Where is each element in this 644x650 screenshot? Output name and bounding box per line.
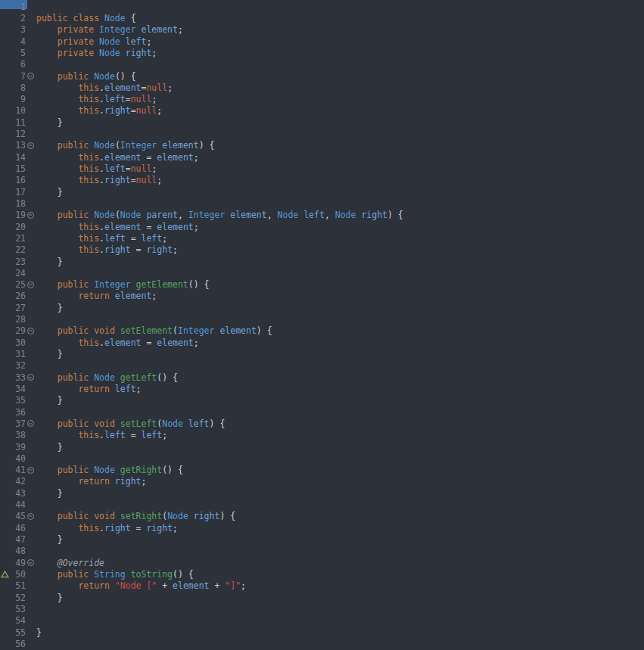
code-text: } xyxy=(35,303,63,313)
code-line: 1 xyxy=(0,1,644,12)
line-number: 29 xyxy=(9,325,26,336)
code-text: this.right=null; xyxy=(35,105,162,116)
line-number: 31 xyxy=(9,349,26,359)
line-number: 44 xyxy=(9,499,26,510)
warning-triangle-icon[interactable] xyxy=(0,571,9,578)
code-line: 25 public Integer getElement() { xyxy=(0,279,644,291)
code-line: 12 xyxy=(0,128,644,139)
code-text: } xyxy=(35,534,63,545)
code-line: 24 xyxy=(0,267,644,278)
code-line: 8 this.element=null; xyxy=(0,82,644,93)
code-text: public void setRight(Node right) { xyxy=(35,511,235,521)
line-number: 41 xyxy=(9,465,26,475)
code-text: public Node getRight() { xyxy=(35,465,183,475)
line-number: 17 xyxy=(9,187,26,197)
fold-collapse-icon[interactable] xyxy=(26,374,35,381)
line-number: 28 xyxy=(9,314,26,325)
line-number: 4 xyxy=(9,36,26,47)
line-number: 50 xyxy=(9,569,26,580)
line-number: 21 xyxy=(9,233,26,244)
code-text: public Node(Node parent, Integer element… xyxy=(35,210,403,220)
code-line: 46 this.right = right; xyxy=(0,522,644,533)
code-line: 29 public void setElement(Integer elemen… xyxy=(0,325,644,337)
code-line: 22 this.right = right; xyxy=(0,244,644,256)
code-line: 6 xyxy=(0,59,644,70)
code-text: } xyxy=(35,349,63,359)
code-line: 15 this.left=null; xyxy=(0,163,644,174)
code-line: 44 xyxy=(0,499,644,510)
line-number: 36 xyxy=(9,407,26,418)
code-text: return left; xyxy=(35,384,142,394)
line-number: 32 xyxy=(9,360,26,371)
code-line: 47 } xyxy=(0,533,644,545)
code-line: 5 private Node right; xyxy=(0,47,644,58)
code-text: this.right = right; xyxy=(35,244,178,255)
fold-collapse-icon[interactable] xyxy=(26,328,35,334)
fold-collapse-icon[interactable] xyxy=(26,420,35,427)
code-text: public Node() { xyxy=(35,71,136,82)
fold-collapse-icon[interactable] xyxy=(26,281,35,288)
code-line: 20 this.element = element; xyxy=(0,221,644,232)
fold-collapse-icon[interactable] xyxy=(26,212,35,219)
line-number: 15 xyxy=(9,163,26,174)
code-line: 53 xyxy=(0,603,644,614)
code-text: } xyxy=(35,117,63,128)
code-text: public Node(Integer element) { xyxy=(35,140,214,151)
code-text: this.element = element; xyxy=(35,337,199,348)
code-line: 43 } xyxy=(0,487,644,499)
code-line: 50 public String toString() { xyxy=(0,568,644,580)
code-line: 41 public Node getRight() { xyxy=(0,465,644,476)
code-line: 56 xyxy=(0,638,644,649)
fold-collapse-icon[interactable] xyxy=(26,73,35,79)
code-line: 16 this.right=null; xyxy=(0,175,644,186)
line-number: 3 xyxy=(9,24,26,35)
code-line: 4 private Node left; xyxy=(0,36,644,47)
code-line: 38 this.left = left; xyxy=(0,430,644,441)
code-line: 23 } xyxy=(0,256,644,267)
code-line: 17 } xyxy=(0,186,644,197)
code-line: 55} xyxy=(0,627,644,638)
line-number: 13 xyxy=(9,140,26,151)
line-number: 49 xyxy=(9,558,26,568)
line-number: 54 xyxy=(9,615,26,626)
line-number: 34 xyxy=(9,384,26,394)
line-number: 27 xyxy=(9,303,26,313)
fold-collapse-icon[interactable] xyxy=(26,559,35,566)
code-line: 51 return "Node [" + element + "]"; xyxy=(0,580,644,592)
fold-collapse-icon[interactable] xyxy=(26,467,35,474)
code-line: 31 } xyxy=(0,348,644,359)
fold-collapse-icon[interactable] xyxy=(26,513,35,520)
code-text: public Integer getElement() { xyxy=(35,279,210,290)
line-number: 38 xyxy=(9,430,26,440)
code-text: public class Node { xyxy=(35,13,136,23)
line-number: 19 xyxy=(9,210,26,220)
fold-collapse-icon[interactable] xyxy=(26,142,35,149)
line-number: 48 xyxy=(9,546,26,556)
code-line: 28 xyxy=(0,313,644,325)
code-line: 14 this.element = element; xyxy=(0,151,644,163)
line-number: 24 xyxy=(9,268,26,278)
code-lines: 12public class Node {3 private Integer e… xyxy=(0,0,644,650)
code-text: return right; xyxy=(35,476,146,487)
code-text: this.left = left; xyxy=(35,233,167,244)
code-line: 34 return left; xyxy=(0,383,644,394)
code-text: } xyxy=(35,627,42,638)
line-number: 11 xyxy=(9,117,26,128)
code-line: 40 xyxy=(0,453,644,464)
code-line: 26 return element; xyxy=(0,291,644,302)
line-number: 33 xyxy=(9,372,26,383)
code-text: private Integer element; xyxy=(35,24,183,35)
code-text: public String toString() { xyxy=(35,569,194,580)
code-text: } xyxy=(35,488,63,499)
code-text: this.right=null; xyxy=(35,175,162,185)
line-number: 16 xyxy=(9,175,26,185)
code-line: 27 } xyxy=(0,302,644,313)
line-number: 55 xyxy=(9,627,26,638)
code-editor[interactable]: 12public class Node {3 private Integer e… xyxy=(0,0,644,650)
code-text: } xyxy=(35,442,63,453)
line-number: 47 xyxy=(9,534,26,545)
code-text: return element; xyxy=(35,291,157,301)
code-line: 18 xyxy=(0,197,644,209)
code-line: 21 this.left = left; xyxy=(0,232,644,244)
code-line: 54 xyxy=(0,615,644,627)
